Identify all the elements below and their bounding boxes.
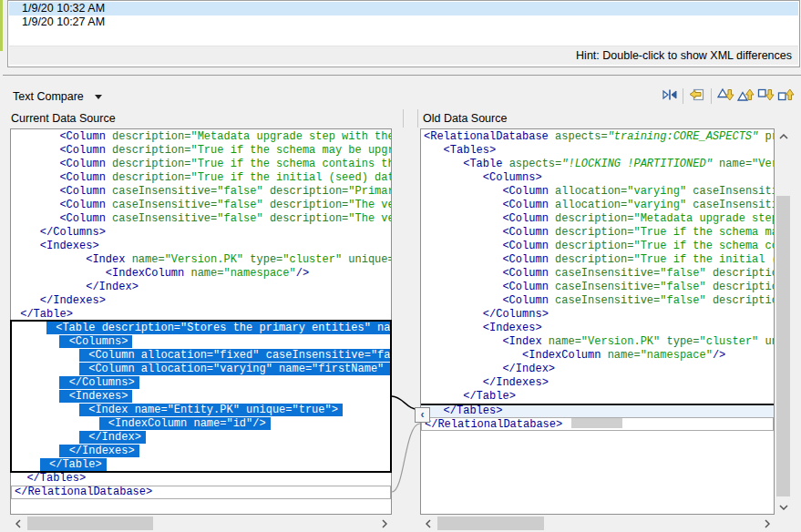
toolbar-separator	[683, 88, 683, 104]
code-line: <Column description="Metadata upgrade st…	[11, 130, 391, 144]
code-line: <Table description="Stores the primary e…	[11, 322, 391, 335]
header-separator	[403, 109, 404, 128]
previous-change-icon[interactable]	[777, 87, 796, 104]
scroll-left-arrow[interactable]	[10, 516, 26, 531]
code-line: <Column description="Metadata upgrade st…	[421, 212, 774, 226]
code-line: <Column description="True if the initial…	[421, 253, 774, 267]
left-horizontal-scrollbar[interactable]	[10, 516, 392, 531]
copy-current-change-right-to-left-icon[interactable]	[688, 87, 706, 104]
next-difference-icon[interactable]	[717, 87, 735, 104]
diff-connector-gutter	[392, 128, 420, 515]
code-line: <Index name="Entity.PK" unique="true">	[11, 404, 391, 417]
chevron-down-icon[interactable]	[95, 95, 102, 103]
code-line: <IndexColumn name="namespace"/>	[11, 267, 391, 281]
code-line: </RelationalDatabase>	[11, 486, 391, 499]
scroll-down-arrow[interactable]	[775, 499, 791, 515]
code-line: <Column description="True if the schema …	[421, 240, 774, 253]
copy-change-left-arrow-button[interactable]: ‹	[415, 407, 430, 423]
vertical-scrollbar[interactable]	[775, 128, 791, 515]
scroll-right-arrow[interactable]	[376, 516, 392, 531]
code-line: <Column caseInsensitive="false" descript…	[421, 267, 774, 281]
code-line: <Indexes>	[11, 390, 391, 404]
code-line: <Column allocation="varying" caseInsensi…	[421, 199, 774, 212]
code-line: <Tables>	[421, 144, 774, 158]
history-timestamp: 1/9/20 10:27 AM	[22, 15, 105, 28]
right-horizontal-scrollbar-thumb[interactable]	[437, 517, 544, 530]
code-line: <Column allocation="fixed" caseInsensiti…	[11, 349, 391, 363]
code-line: </Columns>	[421, 308, 774, 322]
history-timestamp: 1/9/20 10:32 AM	[22, 2, 105, 15]
vertical-scrollbar-thumb[interactable]	[776, 196, 790, 496]
right-pane-title: Old Data Source	[423, 110, 507, 128]
left-horizontal-scrollbar-thumb[interactable]	[27, 517, 153, 530]
code-line: <Index name="Version.PK" type="cluster" …	[421, 335, 774, 349]
code-line: </Indexes>	[11, 445, 391, 458]
code-line: <Column caseInsensitive="false" descript…	[421, 294, 774, 308]
code-line: </Indexes>	[421, 376, 774, 390]
code-line: </Index>	[11, 431, 391, 445]
code-line: <Column caseInsensitive="false" descript…	[421, 281, 774, 294]
code-line: <Columns>	[421, 171, 774, 185]
code-line: <Column allocation="varying" caseInsensi…	[421, 185, 774, 199]
code-line: </Index>	[11, 281, 391, 294]
code-line: <Column caseInsensitive="false" descript…	[11, 212, 391, 226]
code-line: <Column caseInsensitive="false" descript…	[11, 185, 391, 199]
code-line: <Column description="True if the initial…	[11, 171, 391, 185]
code-line: </Table>	[11, 308, 391, 322]
right-horizontal-scrollbar[interactable]	[420, 516, 775, 531]
header-separator	[417, 109, 418, 128]
hint-text: Hint: Double-click to show XML differenc…	[576, 49, 792, 62]
code-line: </Indexes>	[11, 294, 391, 308]
diff-filler-block	[571, 418, 622, 428]
next-change-icon[interactable]	[757, 87, 775, 104]
code-line: <Column description="True if the schema …	[11, 144, 391, 158]
code-line: <IndexColumn name="id"/>	[11, 417, 391, 431]
code-line: </Tables>	[421, 404, 774, 417]
code-line: <RelationalDatabase aspects="training:CO…	[421, 130, 774, 144]
scroll-up-arrow[interactable]	[775, 128, 791, 144]
viewer-mode-label[interactable]: Text Compare	[13, 88, 84, 105]
code-line: <Index name="Version.PK" type="cluster" …	[11, 253, 391, 267]
previous-difference-icon[interactable]	[737, 87, 755, 104]
code-line: </Tables>	[11, 472, 391, 486]
code-line: <Column description="True if the schema …	[421, 226, 774, 240]
code-line: </Table>	[421, 390, 774, 404]
toolbar-separator	[711, 88, 712, 104]
compare-editor-window: { "history": { "rows": [ {"timestamp": "…	[0, 0, 801, 532]
swap-left-right-view-icon[interactable]	[662, 87, 680, 104]
code-line: <Indexes>	[421, 322, 774, 335]
code-line: <IndexColumn name="namespace"/>	[421, 349, 774, 363]
code-line: <Indexes>	[11, 240, 391, 253]
scroll-left-arrow[interactable]	[420, 516, 436, 531]
left-code-pane[interactable]: <Column description="Metadata upgrade st…	[10, 128, 392, 515]
code-line: <Columns>	[11, 335, 391, 349]
code-line: </RelationalDatabase>	[421, 417, 774, 431]
code-line: <Column description="True if the schema …	[11, 158, 391, 171]
code-line: <Table aspects="!LOCKING !PARTITIONED" n…	[421, 158, 774, 171]
right-code-pane[interactable]: <RelationalDatabase aspects="training:CO…	[420, 128, 775, 515]
code-line: </Index>	[421, 363, 774, 376]
hint-bar: Hint: Double-click to show XML differenc…	[9, 46, 798, 65]
history-row-selected[interactable]: 1/9/20 10:32 AM	[9, 2, 798, 15]
code-line: </Columns>	[11, 226, 391, 240]
code-line: <Column allocation="varying" name="first…	[11, 363, 391, 376]
history-row[interactable]: 1/9/20 10:27 AM	[9, 15, 798, 29]
panel-edge-accent-top	[0, 0, 3, 51]
code-line: </Table>	[11, 458, 391, 472]
code-line: </Columns>	[11, 376, 391, 390]
code-line: <Column caseInsensitive="false" descript…	[11, 199, 391, 212]
left-pane-title: Current Data Source	[11, 110, 116, 128]
scroll-right-arrow[interactable]	[759, 516, 775, 531]
history-panel: 1/9/20 10:32 AM 1/9/20 10:27 AM Hint: Do…	[7, 0, 800, 67]
